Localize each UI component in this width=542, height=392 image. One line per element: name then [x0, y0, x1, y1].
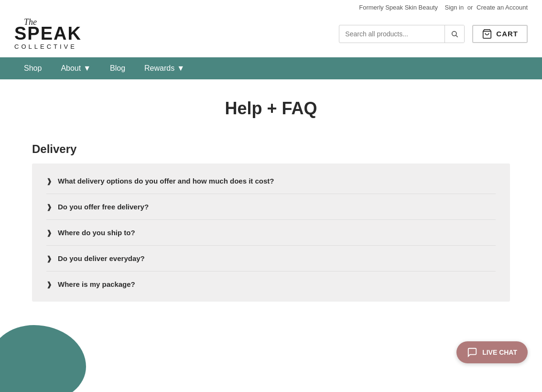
formerly-text: Formerly Speak Skin Beauty	[359, 4, 438, 11]
faq-container: ❱ What delivery options do you offer and…	[32, 163, 510, 302]
header-right: CART	[339, 25, 528, 43]
search-bar	[339, 25, 465, 43]
search-icon	[451, 30, 458, 38]
nav-item-rewards[interactable]: Rewards ▼	[135, 57, 194, 79]
faq-chevron-3: ❱	[46, 229, 52, 237]
faq-item-1[interactable]: ❱ What delivery options do you offer and…	[46, 168, 496, 194]
create-account-link[interactable]: Create an Account	[477, 4, 528, 11]
logo-collective: COLLECTIVE	[14, 44, 77, 50]
nav-rewards-label: Rewards	[144, 64, 174, 73]
nav-shop-label: Shop	[24, 64, 42, 73]
nav-rewards-chevron: ▼	[177, 64, 184, 73]
nav-about-chevron: ▼	[83, 64, 91, 73]
faq-chevron-2: ❱	[46, 203, 52, 211]
faq-question-1: What delivery options do you offer and h…	[58, 177, 274, 185]
nav-about-label: About	[61, 64, 81, 73]
faq-question-3: Where do you ship to?	[58, 229, 135, 237]
faq-question-5: Where is my package?	[58, 280, 135, 288]
header: The SPEAK COLLECTIVE CART	[0, 13, 542, 57]
svg-line-1	[456, 35, 458, 37]
faq-item-5[interactable]: ❱ Where is my package?	[46, 272, 496, 297]
faq-chevron-4: ❱	[46, 255, 52, 262]
faq-chevron-5: ❱	[46, 281, 52, 288]
delivery-section: Delivery ❱ What delivery options do you …	[32, 142, 510, 302]
search-button[interactable]	[444, 25, 464, 43]
faq-question-4: Do you deliver everyday?	[58, 254, 145, 262]
faq-item-3[interactable]: ❱ Where do you ship to?	[46, 220, 496, 246]
cart-button[interactable]: CART	[472, 25, 528, 43]
logo[interactable]: The SPEAK COLLECTIVE	[14, 18, 82, 50]
navbar: Shop About ▼ Blog Rewards ▼	[0, 57, 542, 79]
nav-item-shop[interactable]: Shop	[14, 57, 51, 79]
section-title-delivery: Delivery	[32, 142, 510, 156]
logo-speak: SPEAK	[14, 24, 82, 43]
faq-chevron-1: ❱	[46, 177, 52, 185]
cart-label: CART	[496, 30, 518, 38]
faq-item-4[interactable]: ❱ Do you deliver everyday?	[46, 246, 496, 272]
search-input[interactable]	[339, 30, 444, 38]
faq-question-2: Do you offer free delivery?	[58, 203, 149, 211]
top-bar: Formerly Speak Skin Beauty Sign in or Cr…	[0, 0, 542, 13]
page-title: Help + FAQ	[32, 98, 510, 119]
cart-icon	[482, 29, 492, 39]
main-content: Help + FAQ Delivery ❱ What delivery opti…	[18, 79, 524, 321]
sign-in-link[interactable]: Sign in	[444, 4, 464, 11]
nav-blog-label: Blog	[110, 64, 125, 73]
faq-item-2[interactable]: ❱ Do you offer free delivery?	[46, 194, 496, 220]
nav-item-blog[interactable]: Blog	[100, 57, 135, 79]
or-text: or	[467, 4, 473, 11]
nav-item-about[interactable]: About ▼	[51, 57, 100, 79]
svg-point-0	[452, 31, 456, 35]
